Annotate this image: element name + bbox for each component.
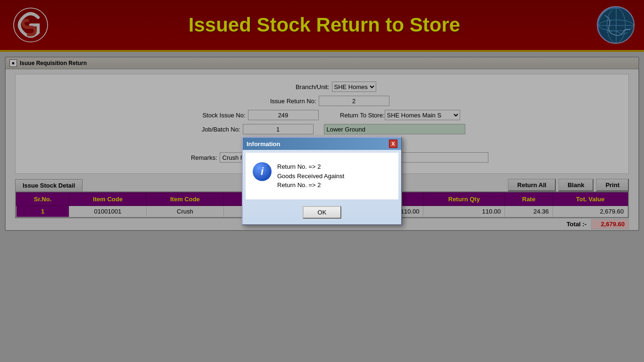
info-icon: i xyxy=(253,162,272,181)
modal-overlay: Information X i Return No. => 2 Goods Re… xyxy=(0,0,644,362)
information-dialog: Information X i Return No. => 2 Goods Re… xyxy=(242,137,402,225)
modal-message: Return No. => 2 Goods Received Against R… xyxy=(277,162,344,190)
modal-footer: OK xyxy=(243,202,401,224)
modal-title: Information xyxy=(247,140,281,148)
modal-body: i Return No. => 2 Goods Received Against… xyxy=(246,153,398,199)
modal-line3: Return No. => 2 xyxy=(277,181,344,190)
ok-button[interactable]: OK xyxy=(303,206,342,219)
modal-titlebar: Information X xyxy=(243,138,401,150)
modal-line1: Return No. => 2 xyxy=(277,162,344,172)
modal-line2: Goods Received Against xyxy=(277,172,344,181)
modal-close-button[interactable]: X xyxy=(389,140,397,148)
